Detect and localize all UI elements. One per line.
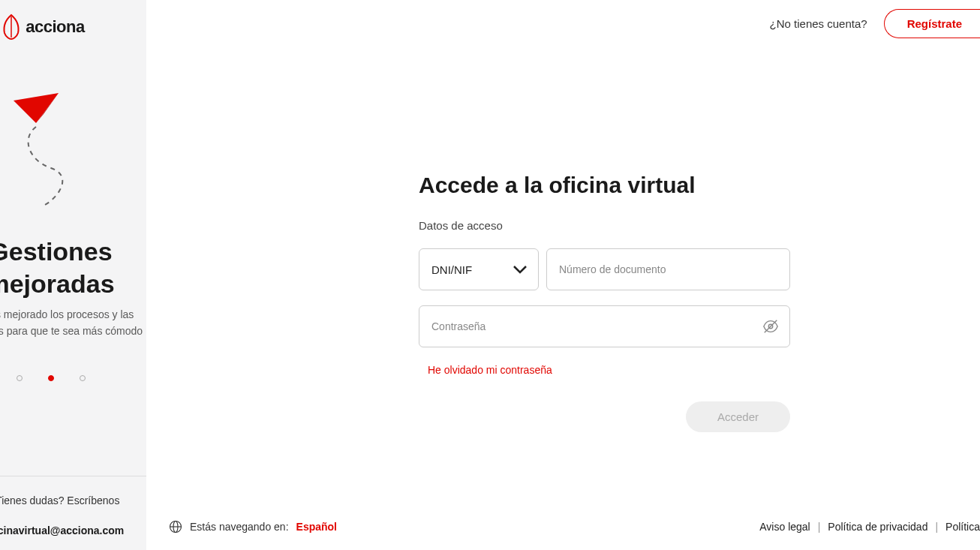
doc-number-field-wrap bbox=[546, 248, 790, 290]
help-section: ¿Tienes dudas? Escríbenos oficinavirtual… bbox=[0, 476, 146, 550]
divider bbox=[0, 476, 146, 476]
doc-number-input[interactable] bbox=[559, 263, 777, 275]
footer-left: Estás navegando en: Español bbox=[169, 520, 337, 533]
login-form: Accede a la oficina virtual Datos de acc… bbox=[419, 173, 790, 432]
leaf-icon bbox=[2, 14, 21, 41]
help-text: ¿Tienes dudas? Escríbenos bbox=[0, 494, 146, 506]
password-input[interactable] bbox=[431, 320, 777, 332]
slide-description: Hemos mejorado los procesos y las gestio… bbox=[0, 307, 146, 339]
form-subtitle: Datos de acceso bbox=[419, 219, 790, 232]
no-account-text: ¿No tienes cuenta? bbox=[770, 17, 867, 30]
separator: | bbox=[935, 521, 938, 533]
carousel-dots bbox=[17, 375, 86, 381]
browsing-label: Estás navegando en: bbox=[190, 521, 289, 533]
globe-icon bbox=[169, 520, 182, 533]
brand-text: acciona bbox=[26, 17, 84, 37]
separator: | bbox=[818, 521, 821, 533]
cookies-link[interactable]: Política bbox=[945, 521, 980, 533]
forgot-password-link[interactable]: He olvidado mi contraseña bbox=[428, 364, 790, 376]
header: ¿No tienes cuenta? Regístrate bbox=[770, 9, 980, 38]
carousel-dot-3[interactable] bbox=[80, 375, 86, 381]
register-button[interactable]: Regístrate bbox=[884, 9, 980, 38]
slide-title: Gestiones mejoradas bbox=[0, 236, 146, 299]
footer: Estás navegando en: Español Aviso legal … bbox=[169, 520, 980, 533]
password-field-wrap bbox=[419, 305, 790, 347]
submit-button[interactable]: Acceder bbox=[686, 401, 790, 432]
footer-right: Aviso legal | Política de privacidad | P… bbox=[759, 521, 980, 533]
chevron-down-icon bbox=[513, 265, 528, 274]
sidebar: acciona Gestiones mejoradas Hemos mejora… bbox=[0, 0, 146, 550]
language-selector[interactable]: Español bbox=[296, 521, 337, 533]
help-email[interactable]: oficinavirtual@acciona.com bbox=[0, 524, 146, 536]
eye-off-icon[interactable] bbox=[762, 318, 779, 335]
page-title: Accede a la oficina virtual bbox=[419, 173, 790, 198]
doc-type-select[interactable]: DNI/NIF bbox=[419, 248, 539, 290]
brand-logo[interactable]: acciona bbox=[2, 14, 84, 41]
privacy-link[interactable]: Política de privacidad bbox=[828, 521, 927, 533]
legal-link[interactable]: Aviso legal bbox=[759, 521, 810, 533]
doc-type-label: DNI/NIF bbox=[431, 263, 472, 276]
carousel-dot-2[interactable] bbox=[48, 375, 54, 381]
carousel-dot-1[interactable] bbox=[17, 375, 23, 381]
paper-plane-icon bbox=[6, 86, 126, 213]
